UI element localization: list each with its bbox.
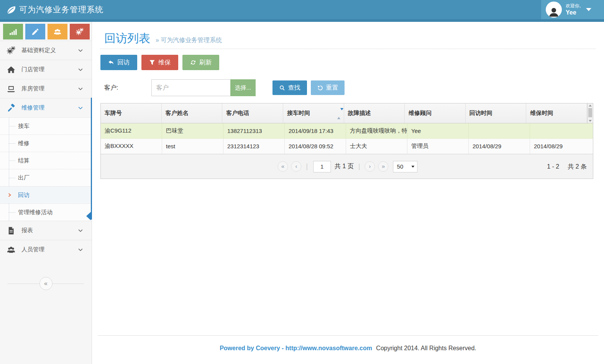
search-button[interactable]: 查找 bbox=[272, 80, 307, 95]
submenu-item-label: 接车 bbox=[18, 123, 30, 130]
table-row[interactable]: 渝C9G112 巴味堂 13827112313 2014/09/18 17:43… bbox=[101, 123, 593, 139]
bar-chart-icon bbox=[9, 28, 17, 36]
sidebar-item-label: 报表 bbox=[21, 227, 33, 234]
sidebar: 基础资料定义 门店管理 库房管理 维修管理 接车 维修 结算 bbox=[0, 22, 92, 364]
page-number-input[interactable] bbox=[313, 161, 331, 172]
cell-advisor: Yee bbox=[407, 123, 469, 138]
col-intake-time[interactable]: 接车时间 bbox=[283, 103, 344, 123]
submenu-item-intake[interactable]: 接车 bbox=[0, 117, 92, 134]
customer-filter-label: 客户: bbox=[104, 84, 151, 92]
sidebar-item-label: 门店管理 bbox=[21, 66, 44, 73]
sort-icon bbox=[337, 110, 341, 116]
sidebar-item-store-mgmt[interactable]: 门店管理 bbox=[0, 60, 92, 79]
sidebar-item-warehouse-mgmt[interactable]: 库房管理 bbox=[0, 79, 92, 98]
quick-settings-button[interactable] bbox=[70, 24, 90, 39]
cell-plate: 渝C9G112 bbox=[101, 123, 162, 138]
refresh-icon bbox=[190, 59, 196, 66]
first-page-button[interactable]: « bbox=[277, 161, 288, 172]
refresh-button[interactable]: 刷新 bbox=[182, 55, 219, 70]
file-icon bbox=[7, 226, 15, 235]
breadcrumb: » 可为汽修业务管理系统 bbox=[156, 36, 222, 44]
page-size-select[interactable]: 50 bbox=[393, 161, 418, 172]
sidebar-item-base-data[interactable]: 基础资料定义 bbox=[0, 41, 92, 60]
customer-select-button[interactable]: 选择... bbox=[230, 79, 256, 96]
cell-plate: 渝BXXXXX bbox=[101, 139, 162, 154]
last-page-button[interactable]: » bbox=[378, 161, 389, 172]
col-plate-number[interactable]: 车牌号 bbox=[101, 103, 162, 123]
cell-phone: 13827112313 bbox=[223, 123, 285, 138]
return-visit-table: 车牌号 客户姓名 客户电话 接车时间 故障描述 维修顾问 回访时间 维保时间 bbox=[100, 103, 593, 179]
col-service-advisor[interactable]: 维修顾问 bbox=[405, 103, 466, 123]
laptop-icon bbox=[7, 85, 15, 93]
quick-chart-button[interactable] bbox=[3, 24, 23, 39]
total-records-label: 共 2 条 bbox=[568, 163, 587, 169]
sidebar-item-repair-mgmt[interactable]: 维修管理 bbox=[0, 98, 92, 117]
submenu-item-release[interactable]: 出厂 bbox=[0, 169, 92, 186]
quick-buttons bbox=[3, 24, 90, 39]
submenu-item-settlement[interactable]: 结算 bbox=[0, 152, 92, 169]
chevron-down-icon bbox=[586, 8, 591, 11]
pagination-controls: « ‹ | 共 1 页 | › » 50 bbox=[276, 161, 417, 172]
avatar bbox=[546, 2, 562, 18]
button-label: 重置 bbox=[326, 84, 338, 92]
warranty-button[interactable]: 维保 bbox=[141, 55, 178, 70]
main-content: 回访列表 » 可为汽修业务管理系统 回访 维保 刷新 客户: 选择... bbox=[92, 22, 604, 364]
sidebar-item-label: 基础资料定义 bbox=[21, 47, 56, 54]
col-customer-phone[interactable]: 客户电话 bbox=[222, 103, 283, 123]
cell-intake-time: 2014/09/18 17:43 bbox=[285, 123, 346, 138]
record-range: 1 - 2共 2 条 bbox=[547, 162, 587, 171]
prev-page-button[interactable]: ‹ bbox=[291, 161, 301, 172]
cell-customer: 巴味堂 bbox=[162, 123, 223, 138]
cell-phone: 2312314123 bbox=[223, 139, 285, 154]
quick-users-button[interactable] bbox=[48, 24, 67, 39]
sidebar-item-personnel[interactable]: 人员管理 bbox=[0, 240, 92, 259]
username: Yee bbox=[566, 9, 581, 16]
col-customer-name[interactable]: 客户姓名 bbox=[162, 103, 223, 123]
button-label: 刷新 bbox=[199, 59, 212, 67]
submenu-item-manage-activities[interactable]: 管理维修活动 bbox=[0, 203, 92, 221]
customer-input[interactable] bbox=[151, 79, 230, 96]
app-title: 可为汽修业务管理系统 bbox=[19, 4, 103, 15]
search-icon bbox=[279, 85, 285, 91]
next-page-button[interactable]: › bbox=[365, 161, 375, 172]
user-menu[interactable]: 欢迎你, Yee bbox=[541, 0, 604, 19]
gears-icon bbox=[76, 28, 84, 36]
quick-edit-button[interactable] bbox=[25, 24, 45, 39]
user-text: 欢迎你, Yee bbox=[566, 3, 581, 16]
table-vertical-scrollbar[interactable] bbox=[587, 103, 593, 123]
scroll-down-arrow[interactable] bbox=[589, 120, 592, 122]
cell-customer: test bbox=[162, 139, 223, 154]
submenu-item-label: 维修 bbox=[18, 140, 30, 147]
col-warranty-time[interactable]: 维保时间 bbox=[526, 103, 587, 123]
submenu-item-repair[interactable]: 维修 bbox=[0, 134, 92, 152]
range-label: 1 - 2 bbox=[547, 163, 559, 169]
leaf-logo-icon bbox=[5, 5, 15, 15]
cell-advisor: 管理员 bbox=[407, 139, 469, 154]
chevron-right-icon bbox=[8, 193, 11, 197]
pagination-bar: « ‹ | 共 1 页 | › » 50 1 - 2共 2 条 bbox=[101, 154, 593, 179]
sidebar-menu: 基础资料定义 门店管理 库房管理 维修管理 接车 维修 结算 bbox=[0, 41, 92, 259]
header-bar: 可为汽修业务管理系统 欢迎你, Yee bbox=[0, 0, 604, 22]
reply-arrow-icon bbox=[108, 59, 114, 66]
sidebar-item-reports[interactable]: 报表 bbox=[0, 221, 92, 240]
col-fault-description[interactable]: 故障描述 bbox=[344, 103, 405, 123]
table-header-row: 车牌号 客户姓名 客户电话 接车时间 故障描述 维修顾问 回访时间 维保时间 bbox=[101, 103, 593, 123]
return-visit-button[interactable]: 回访 bbox=[100, 55, 137, 70]
col-visit-time[interactable]: 回访时间 bbox=[466, 103, 527, 123]
users-icon bbox=[7, 246, 15, 254]
sidebar-collapse-button[interactable]: « bbox=[39, 277, 53, 290]
column-label: 接车时间 bbox=[287, 110, 310, 117]
scroll-thumb[interactable] bbox=[588, 108, 592, 117]
welcome-text: 欢迎你, bbox=[566, 3, 581, 9]
reset-button[interactable]: 重置 bbox=[311, 80, 345, 95]
powered-by-link[interactable]: Powered by Coevery - http://www.novasoft… bbox=[220, 345, 372, 351]
scroll-up-arrow[interactable] bbox=[589, 105, 592, 107]
submenu-item-label: 回访 bbox=[18, 192, 30, 199]
repair-submenu: 接车 维修 结算 出厂 回访 管理维修活动 bbox=[0, 117, 92, 221]
submenu-item-label: 结算 bbox=[18, 157, 30, 164]
submenu-item-label: 出厂 bbox=[18, 174, 30, 182]
table-row[interactable]: 渝BXXXXX test 2312314123 2014/08/28 09:52… bbox=[101, 139, 593, 154]
funnel-icon bbox=[149, 59, 155, 66]
submenu-item-return-visit[interactable]: 回访 bbox=[0, 186, 92, 203]
submenu-item-label: 管理维修活动 bbox=[18, 209, 53, 216]
